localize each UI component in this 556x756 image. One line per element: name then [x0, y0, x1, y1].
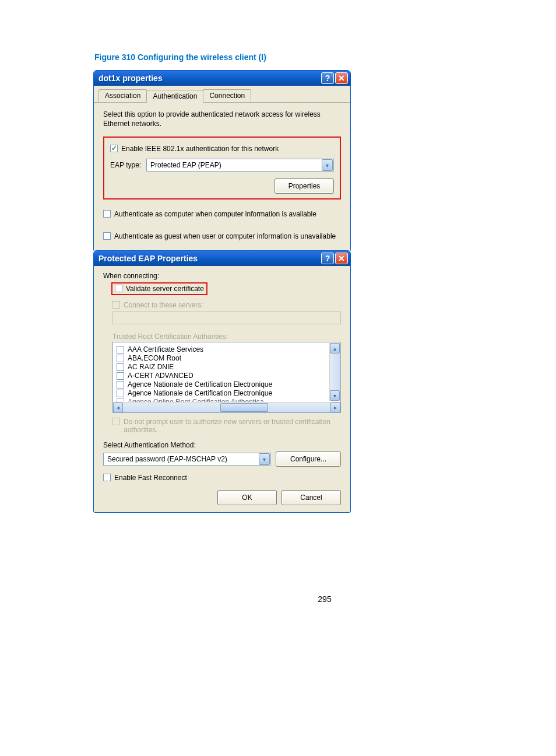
horizontal-scrollbar[interactable]: ◂ ▸ [113, 402, 340, 412]
eap-type-dropdown[interactable]: Protected EAP (PEAP) ▾ [146, 159, 334, 172]
scroll-up-icon[interactable]: ▴ [330, 343, 340, 354]
cert-name: A-CERT ADVANCED [128, 372, 193, 380]
auth-as-guest-checkbox[interactable] [103, 232, 111, 240]
auth-as-computer-label: Authenticate as computer when computer i… [114, 210, 316, 218]
close-button[interactable]: ✕ [335, 72, 348, 84]
tab-connection[interactable]: Connection [203, 89, 251, 102]
list-item: Agence Online Root Certification Authent… [117, 398, 338, 402]
list-item: Agence Nationale de Certification Electr… [117, 389, 338, 397]
cert-name: AC RAIZ DNIE [128, 363, 174, 371]
figure-caption: Figure 310 Configuring the wireless clie… [94, 52, 556, 62]
cert-checkbox[interactable] [117, 398, 124, 402]
cert-checkbox[interactable] [117, 381, 124, 388]
when-connecting-label: When connecting: [103, 272, 341, 280]
vertical-scrollbar[interactable]: ▴ ▾ [329, 343, 340, 401]
trusted-root-label: Trusted Root Certification Authorities: [112, 332, 341, 341]
highlighted-authentication-section: Enable IEEE 802.1x authentication for th… [103, 136, 341, 200]
cert-checkbox[interactable] [117, 346, 124, 354]
no-prompt-checkbox [112, 418, 120, 425]
cert-checkbox[interactable] [117, 363, 124, 371]
enable-8021x-checkbox[interactable] [110, 145, 118, 152]
help-button[interactable]: ? [321, 253, 334, 264]
eap-type-value: Protected EAP (PEAP) [150, 161, 221, 169]
scroll-right-icon[interactable]: ▸ [330, 402, 340, 413]
cert-name: Agence Nationale de Certification Electr… [128, 380, 272, 388]
dot1x-titlebar: dot1x properties ? ✕ [94, 71, 350, 86]
connect-to-servers-input [112, 312, 341, 324]
properties-button[interactable]: Properties [275, 178, 334, 194]
enable-8021x-label: Enable IEEE 802.1x authentication for th… [121, 145, 279, 153]
cert-name: AAA Certificate Services [128, 345, 203, 354]
help-button[interactable]: ? [321, 72, 334, 84]
eap-type-label: EAP type: [110, 161, 146, 169]
auth-method-dropdown[interactable]: Secured password (EAP-MSCHAP v2) ▾ [103, 453, 271, 466]
dot1x-properties-dialog: dot1x properties ? ✕ Association Authent… [93, 70, 351, 251]
cert-checkbox[interactable] [117, 372, 124, 380]
cert-name: ABA.ECOM Root [128, 354, 181, 362]
list-item: AAA Certificate Services [117, 345, 338, 354]
chevron-down-icon: ▾ [259, 453, 270, 465]
scroll-left-icon[interactable]: ◂ [113, 402, 123, 413]
dot1x-title: dot1x properties [98, 74, 321, 83]
peap-titlebar: Protected EAP Properties ? ✕ [94, 251, 350, 266]
page-number: 295 [93, 594, 556, 604]
highlighted-validate-certificate: Validate server certificate [111, 282, 207, 295]
auth-as-guest-label: Authenticate as guest when user or compu… [114, 232, 336, 240]
connect-to-servers-label: Connect to these servers: [124, 301, 203, 309]
list-item: AC RAIZ DNIE [117, 363, 338, 371]
cert-name: Agence Nationale de Certification Electr… [128, 389, 272, 397]
list-item: ABA.ECOM Root [117, 354, 338, 362]
auth-method-value: Secured password (EAP-MSCHAP v2) [107, 455, 227, 463]
ok-button[interactable]: OK [217, 490, 277, 505]
cert-checkbox[interactable] [117, 390, 124, 397]
connect-to-servers-checkbox [112, 301, 120, 309]
list-item: Agence Nationale de Certification Electr… [117, 380, 338, 388]
scroll-thumb[interactable] [220, 403, 268, 412]
peap-title: Protected EAP Properties [98, 254, 321, 263]
tab-authentication[interactable]: Authentication [146, 90, 203, 103]
tab-bar: Association Authentication Connection [94, 86, 350, 103]
intro-text: Select this option to provide authentica… [103, 110, 341, 128]
enable-fast-reconnect-checkbox[interactable] [103, 474, 111, 481]
peap-properties-dialog: Protected EAP Properties ? ✕ When connec… [93, 250, 351, 513]
validate-server-certificate-label: Validate server certificate [126, 285, 204, 293]
validate-server-certificate-checkbox[interactable] [115, 285, 122, 292]
scroll-down-icon[interactable]: ▾ [330, 390, 340, 401]
auth-as-computer-checkbox[interactable] [103, 210, 111, 218]
cancel-button[interactable]: Cancel [281, 490, 341, 505]
close-button[interactable]: ✕ [335, 253, 348, 264]
select-auth-method-label: Select Authentication Method: [103, 441, 341, 449]
cert-name: Agence Online Root Certification Authent… [128, 398, 263, 402]
enable-fast-reconnect-label: Enable Fast Reconnect [114, 474, 187, 482]
cert-checkbox[interactable] [117, 355, 124, 362]
chevron-down-icon: ▾ [322, 159, 333, 171]
no-prompt-label: Do not prompt user to authorize new serv… [124, 418, 341, 434]
list-item: A-CERT ADVANCED [117, 372, 338, 380]
trusted-root-listbox[interactable]: AAA Certificate Services ABA.ECOM Root A… [112, 342, 341, 413]
tab-association[interactable]: Association [98, 89, 147, 102]
configure-button[interactable]: Configure... [276, 452, 341, 467]
